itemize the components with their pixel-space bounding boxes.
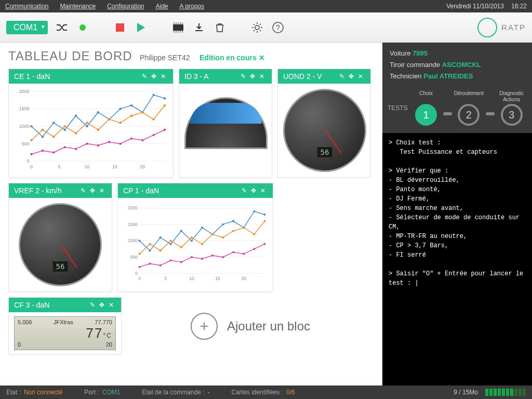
svg-point-118 (149, 263, 151, 265)
tiroir-value: ASCOMCKL (442, 61, 481, 69)
step-2[interactable]: 2 (458, 104, 480, 126)
svg-point-117 (138, 266, 140, 268)
editing-indicator[interactable]: Edition en cours ✕ (200, 54, 265, 62)
svg-point-74 (153, 134, 155, 136)
menu-communication[interactable]: Communication (5, 3, 48, 10)
svg-point-40 (64, 129, 66, 131)
card-cf3-title: CF 3 - daN (14, 301, 88, 309)
svg-point-52 (52, 136, 55, 138)
card-cp1: CP 1 - daN✎✥✕ 050010001500200005101520 (117, 183, 273, 292)
step-1[interactable]: 1 (415, 104, 437, 126)
sidebar: Voiture 7895 Tiroir commande ASCOMCKL Te… (382, 43, 532, 385)
move-icon[interactable]: ✥ (249, 187, 258, 194)
svg-text:0: 0 (30, 164, 33, 169)
svg-text:15: 15 (215, 276, 220, 281)
stop-button[interactable] (113, 21, 127, 34)
help-icon[interactable]: ? (271, 21, 285, 34)
svg-text:1500: 1500 (19, 106, 30, 111)
step-3[interactable]: 3 (501, 104, 523, 126)
svg-point-91 (138, 240, 140, 242)
svg-point-54 (75, 132, 77, 134)
svg-point-72 (130, 137, 132, 139)
svg-text:2000: 2000 (128, 205, 138, 210)
card-uond2-title: UOND 2 - V (283, 72, 337, 81)
card-ce1-title: CE 1 - daN (14, 72, 140, 81)
close-icon[interactable]: ✕ (158, 73, 168, 80)
close-icon[interactable]: ✕ (356, 73, 365, 80)
svg-point-121 (180, 261, 182, 263)
svg-point-107 (170, 240, 172, 242)
svg-point-111 (211, 233, 214, 235)
menu-configuration[interactable]: Configuration (107, 3, 144, 10)
lcd-cf3: 5.006 JFXtras 77.770 77°C 0 20 (14, 316, 116, 350)
edit-icon[interactable]: ✎ (140, 73, 149, 80)
move-icon[interactable]: ✥ (88, 187, 97, 194)
play-button[interactable] (134, 21, 148, 34)
gear-icon[interactable] (250, 21, 264, 34)
svg-point-110 (201, 243, 203, 245)
svg-point-112 (222, 236, 224, 238)
memory-meter-icon (485, 389, 526, 396)
svg-point-49 (164, 97, 166, 99)
terminal[interactable]: > Choix test : Test Puissance et capteur… (382, 133, 532, 385)
svg-text:5: 5 (164, 276, 167, 281)
card-ce1: CE 1 - daN✎✥✕ 050010001500200005101520 (8, 69, 174, 178)
move-icon[interactable]: ✥ (149, 73, 158, 80)
svg-point-59 (130, 115, 132, 117)
svg-text:15: 15 (112, 164, 117, 169)
svg-line-18 (254, 30, 255, 31)
svg-point-70 (108, 141, 110, 143)
menubar-time: 16:22 (511, 3, 527, 10)
close-icon[interactable]: ✕ (107, 301, 116, 309)
plus-icon[interactable]: + (191, 313, 218, 340)
status-etat: Non connecté (24, 389, 62, 396)
close-icon[interactable]: ✕ (258, 187, 268, 194)
dashboard: TABLEAU DE BORD Philippe SET42 Edition e… (0, 43, 382, 385)
svg-line-19 (260, 24, 261, 25)
download-icon[interactable] (192, 21, 206, 34)
status-memory: 9 / 15Mo (454, 389, 478, 396)
svg-point-128 (253, 248, 255, 250)
shuffle-icon[interactable] (55, 21, 69, 34)
svg-point-127 (243, 253, 245, 255)
menu-maintenance[interactable]: Maintenance (60, 3, 96, 10)
card-id3: ID 3 - A✎✥✕ (179, 69, 272, 178)
card-cp1-title: CP 1 - daN (123, 187, 240, 195)
card-cf3: CF 3 - daN✎✥✕ 5.006 JFXtras 77.770 77°C … (8, 297, 122, 355)
edit-icon[interactable]: ✎ (337, 73, 347, 80)
svg-point-109 (191, 236, 193, 238)
edit-icon[interactable]: ✎ (88, 301, 97, 309)
edit-icon[interactable]: ✎ (78, 187, 88, 194)
svg-point-104 (138, 253, 140, 255)
close-icon[interactable]: ✕ (97, 187, 107, 194)
move-icon[interactable]: ✥ (97, 301, 107, 309)
close-icon[interactable]: ✕ (257, 73, 267, 80)
edit-icon[interactable]: ✎ (240, 187, 249, 194)
trash-icon[interactable] (213, 21, 227, 34)
status-port: COM1 (102, 389, 121, 396)
chip-icon[interactable] (171, 21, 185, 34)
menu-aide[interactable]: Aide (155, 3, 168, 10)
menu-apropos[interactable]: A propos (180, 3, 204, 10)
svg-text:20: 20 (242, 276, 247, 281)
toolbar: COM1 ? RATP (0, 12, 532, 43)
move-icon[interactable]: ✥ (248, 73, 257, 80)
svg-text:0: 0 (27, 158, 30, 164)
gauge-uond2: 56 (283, 89, 366, 172)
move-icon[interactable]: ✥ (347, 73, 356, 80)
svg-point-122 (191, 256, 193, 258)
svg-point-71 (119, 142, 121, 144)
svg-point-93 (159, 236, 162, 238)
status-dot-icon (76, 21, 89, 34)
svg-point-65 (52, 151, 55, 153)
chart-cp1: 050010001500200005101520 (123, 202, 268, 285)
edit-icon[interactable]: ✎ (238, 73, 248, 80)
svg-point-43 (97, 111, 99, 113)
statusbar: Etat :Non connecté Port :COM1 Etat de la… (0, 385, 532, 399)
menubar-date: Vendredi 11/10/2013 (446, 3, 504, 10)
add-block[interactable]: + Ajouter un bloc (127, 297, 374, 355)
svg-point-66 (64, 146, 66, 148)
svg-point-62 (164, 104, 166, 107)
steps: TESTS Choix1 Déroulement2 Diagnostic Act… (382, 87, 532, 133)
port-selector[interactable]: COM1 (6, 21, 48, 34)
